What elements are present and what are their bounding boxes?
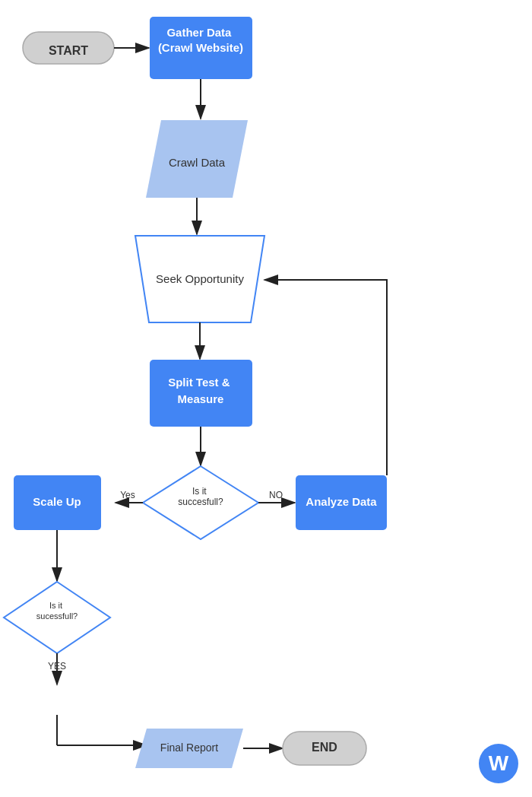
no1-label: NO	[269, 490, 283, 500]
end-label: END	[312, 741, 337, 754]
watermark-badge: W	[479, 744, 518, 783]
watermark-letter: W	[489, 751, 508, 776]
crawl-label: Crawl Data	[169, 156, 226, 169]
seek-label: Seek Opportunity	[156, 272, 244, 285]
scaleup-label: Scale Up	[33, 495, 81, 508]
final-label: Final Report	[160, 741, 218, 754]
yes2-label: YES	[48, 661, 66, 672]
start-label: START	[49, 44, 88, 57]
analyze-label: Analyze Data	[306, 495, 377, 508]
flowchart: START Gather Data (Crawl Website) Crawl …	[0, 0, 532, 797]
yes1-label: Yes	[120, 490, 135, 500]
